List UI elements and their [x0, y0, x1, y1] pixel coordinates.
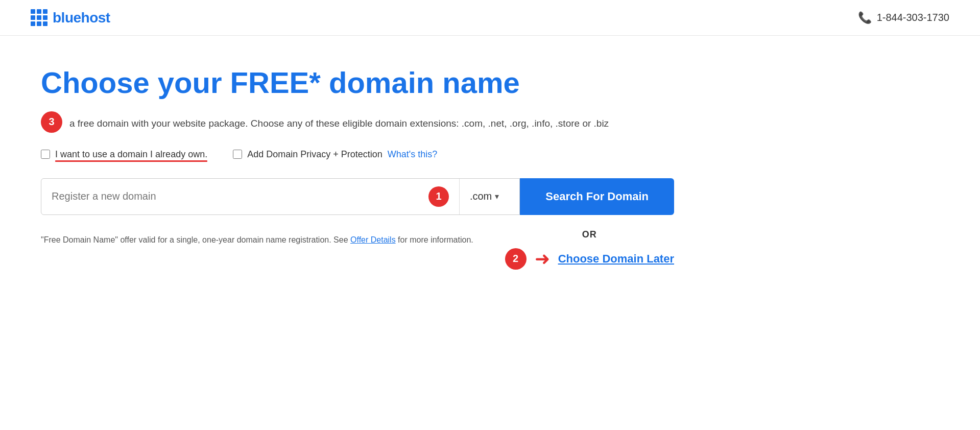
checkbox1-label[interactable]: I want to use a domain I already own. [41, 149, 207, 160]
page-title: Choose your FREE* domain name [41, 66, 674, 99]
fine-print-text: "Free Domain Name" offer valid for a sin… [41, 235, 348, 244]
whats-this-link[interactable]: What's this? [388, 149, 437, 160]
offer-details-link[interactable]: Offer Details [350, 235, 396, 244]
phone-number: 1-844-303-1730 [877, 12, 949, 23]
logo-wrapper: bluehost [31, 9, 110, 26]
bottom-row: "Free Domain Name" offer valid for a sin… [41, 229, 674, 270]
checkbox1-input[interactable] [41, 150, 50, 159]
chevron-down-icon: ▾ [495, 192, 499, 201]
step3-description-row: 3 a free domain with your website packag… [41, 113, 674, 133]
checkbox2-label[interactable]: Add Domain Privacy + Protection What's t… [233, 149, 437, 160]
step1-badge: 1 [428, 186, 449, 207]
fine-print-suffix: for more information. [398, 235, 473, 244]
right-actions: OR 2 ➜ Choose Domain Later [505, 229, 674, 270]
checkboxes-row: I want to use a domain I already own. Ad… [41, 149, 674, 160]
logo-grid-icon [31, 9, 47, 26]
step2-badge: 2 [505, 248, 527, 270]
domain-search-input[interactable] [52, 190, 418, 202]
tld-selector[interactable]: .com ▾ [459, 179, 509, 214]
domain-search-row: 1 .com ▾ Search For Domain [41, 178, 674, 215]
main-content: Choose your FREE* domain name 3 a free d… [0, 36, 715, 300]
checkbox2-text: Add Domain Privacy + Protection [247, 149, 383, 160]
choose-domain-later-link[interactable]: Choose Domain Later [558, 252, 674, 266]
choose-later-row: 2 ➜ Choose Domain Later [505, 248, 674, 270]
logo-text: bluehost [53, 10, 110, 26]
arrow-right-icon: ➜ [535, 250, 550, 268]
checkbox1-text: I want to use a domain I already own. [55, 149, 207, 160]
step3-badge: 3 [41, 111, 62, 133]
search-for-domain-button[interactable]: Search For Domain [520, 178, 674, 215]
site-header: bluehost 📞 1-844-303-1730 [0, 0, 980, 36]
or-text: OR [582, 229, 597, 240]
fine-print: "Free Domain Name" offer valid for a sin… [41, 229, 473, 247]
checkbox2-input[interactable] [233, 150, 242, 159]
description-text: a free domain with your website package.… [69, 113, 609, 131]
phone-wrapper: 📞 1-844-303-1730 [858, 11, 949, 25]
phone-icon: 📞 [858, 11, 872, 25]
domain-input-wrapper: 1 .com ▾ [41, 178, 520, 215]
tld-value: .com [470, 190, 492, 202]
